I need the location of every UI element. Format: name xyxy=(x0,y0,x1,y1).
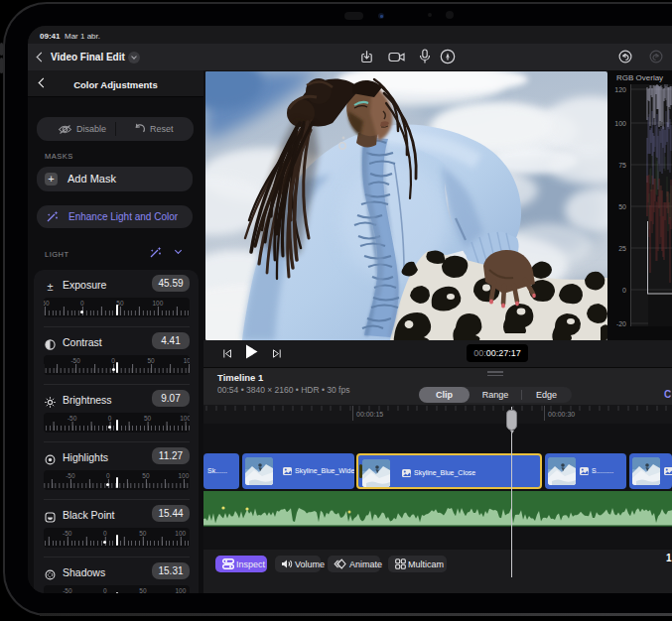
svg-text:±: ± xyxy=(47,282,53,293)
svg-text:75: 75 xyxy=(618,162,626,169)
svg-text:50: 50 xyxy=(618,203,626,210)
svg-text:25: 25 xyxy=(618,245,626,252)
svg-text:-20: -20 xyxy=(616,320,626,327)
svg-text:RGB Overlay: RGB Overlay xyxy=(616,73,663,82)
svg-text:120: 120 xyxy=(614,86,626,93)
svg-text:0: 0 xyxy=(622,287,626,294)
svg-text:100: 100 xyxy=(614,120,626,127)
